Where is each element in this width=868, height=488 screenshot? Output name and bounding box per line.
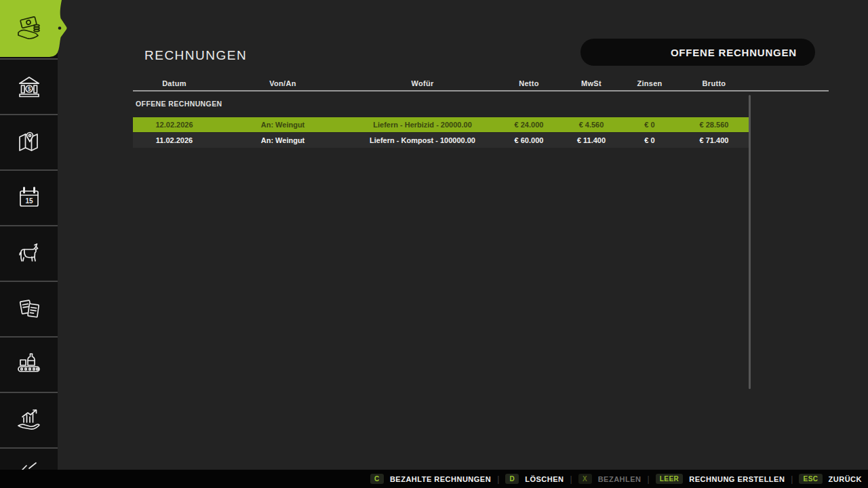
- invoice-row[interactable]: 11.02.2026 An: Weingut Liefern - Kompost…: [133, 133, 749, 148]
- key-badge-d: D: [505, 474, 519, 484]
- sidebar-item-contracts[interactable]: [0, 281, 58, 336]
- cell-zinsen: € 0: [620, 121, 679, 129]
- column-header-zinsen: Zinsen: [620, 79, 679, 87]
- cell-brutto: € 71.400: [679, 136, 749, 144]
- separator: |: [791, 474, 793, 484]
- key-badge-x: X: [578, 474, 592, 484]
- action-delete[interactable]: D LÖSCHEN: [505, 474, 564, 484]
- sidebar-item-calendar[interactable]: 15: [0, 169, 58, 225]
- sidebar-item-partial[interactable]: [0, 447, 58, 470]
- partial-icon: [14, 462, 44, 470]
- key-badge-c: C: [370, 474, 384, 484]
- cell-wofuer: Liefern - Herbizid - 20000.00: [350, 121, 495, 129]
- cell-mwst: € 11.400: [563, 136, 620, 144]
- section-label-open-invoices: OFFENE RECHNUNGEN: [136, 100, 222, 108]
- column-header-datum: Datum: [133, 79, 216, 87]
- documents-icon: [14, 294, 44, 324]
- column-header-netto: Netto: [495, 79, 563, 87]
- action-create-invoice[interactable]: LEER RECHNUNG ERSTELLEN: [656, 474, 785, 484]
- action-back[interactable]: ESC ZURÜCK: [799, 474, 862, 484]
- header-divider: [133, 90, 829, 92]
- sidebar-item-animals[interactable]: [0, 225, 58, 281]
- cell-netto: € 60.000: [495, 136, 563, 144]
- cell-zinsen: € 0: [620, 136, 679, 144]
- sidebar-item-map[interactable]: [0, 114, 58, 169]
- column-header-brutto: Brutto: [679, 79, 749, 87]
- cell-datum: 11.02.2026: [133, 136, 216, 144]
- action-paid-invoices[interactable]: C BEZAHLTE RECHNUNGEN: [370, 474, 491, 484]
- table-scrollbar[interactable]: [749, 95, 751, 389]
- cell-mwst: € 4.560: [563, 121, 620, 129]
- sidebar-item-statistics[interactable]: [0, 392, 58, 447]
- cell-netto: € 24.000: [495, 121, 563, 129]
- page-title: RECHNUNGEN: [144, 48, 247, 63]
- sidebar-item-bank[interactable]: $: [0, 58, 58, 114]
- column-header-von-an: Von/An: [216, 79, 350, 87]
- sidebar: $ 15: [0, 0, 58, 470]
- map-icon: [14, 127, 44, 157]
- separator: |: [648, 474, 650, 484]
- cell-wofuer: Liefern - Kompost - 100000.00: [350, 136, 495, 144]
- separator: |: [570, 474, 572, 484]
- calendar-day-label: 15: [25, 197, 33, 205]
- separator: |: [497, 474, 499, 484]
- sidebar-item-finances[interactable]: [0, 0, 58, 58]
- money-hand-icon: [14, 14, 44, 44]
- cell-datum: 12.02.2026: [133, 121, 216, 129]
- finances-screen: $ 15: [0, 0, 868, 488]
- statistics-hand-icon: [14, 405, 44, 435]
- production-line-icon: [14, 350, 44, 380]
- sidebar-item-production[interactable]: [0, 336, 58, 392]
- cell-von-an: An: Weingut: [216, 121, 350, 129]
- invoice-row-selected[interactable]: 12.02.2026 An: Weingut Liefern - Herbizi…: [133, 117, 749, 132]
- bank-icon: $: [14, 72, 44, 102]
- keybind-bar: C BEZAHLTE RECHNUNGEN | D LÖSCHEN | X BE…: [0, 470, 868, 488]
- key-badge-esc: ESC: [799, 474, 822, 484]
- table-header-row: Datum Von/An Wofür Netto MwSt Zinsen Bru…: [133, 79, 749, 87]
- key-badge-space: LEER: [656, 474, 684, 484]
- cell-von-an: An: Weingut: [216, 136, 350, 144]
- column-header-wofuer: Wofür: [350, 79, 495, 87]
- action-pay[interactable]: X BEZAHLEN: [578, 474, 642, 484]
- calendar-icon: 15: [14, 183, 44, 213]
- svg-text:$: $: [27, 85, 31, 92]
- open-invoices-filter-button[interactable]: OFFENE RECHNUNGEN: [580, 39, 815, 66]
- cell-brutto: € 28.560: [679, 121, 749, 129]
- column-header-mwst: MwSt: [563, 79, 620, 87]
- cow-icon: [14, 239, 44, 268]
